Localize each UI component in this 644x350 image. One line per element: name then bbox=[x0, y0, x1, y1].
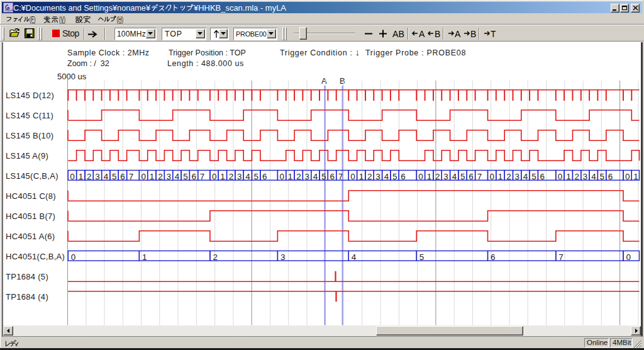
svg-text:3: 3 bbox=[95, 172, 100, 181]
svg-text:5: 5 bbox=[112, 172, 117, 181]
svg-text:6: 6 bbox=[191, 172, 196, 181]
svg-text:3: 3 bbox=[443, 172, 448, 181]
svg-text:1: 1 bbox=[427, 172, 432, 181]
svg-text:0: 0 bbox=[490, 172, 495, 181]
svg-text:1: 1 bbox=[566, 172, 571, 181]
svg-text:0: 0 bbox=[212, 172, 217, 181]
svg-text:5: 5 bbox=[254, 172, 259, 181]
svg-text:7: 7 bbox=[129, 172, 134, 181]
svg-text:6: 6 bbox=[262, 172, 267, 181]
svg-text:1: 1 bbox=[633, 172, 638, 181]
svg-text:2: 2 bbox=[296, 172, 301, 181]
svg-text:2: 2 bbox=[158, 172, 163, 181]
svg-text:2: 2 bbox=[435, 172, 440, 181]
svg-text:4: 4 bbox=[352, 252, 357, 262]
svg-text:6: 6 bbox=[540, 172, 545, 181]
svg-text:5: 5 bbox=[599, 172, 604, 181]
svg-text:7: 7 bbox=[477, 172, 482, 181]
svg-text:2: 2 bbox=[229, 172, 234, 181]
svg-text:7: 7 bbox=[338, 172, 343, 181]
svg-text:2: 2 bbox=[213, 252, 218, 262]
svg-text:4: 4 bbox=[591, 172, 596, 181]
svg-text:4: 4 bbox=[313, 172, 318, 181]
svg-text:6: 6 bbox=[120, 172, 125, 181]
svg-text:4: 4 bbox=[175, 172, 180, 181]
svg-text:4: 4 bbox=[245, 172, 250, 181]
svg-text:5: 5 bbox=[460, 172, 465, 181]
svg-text:6: 6 bbox=[330, 172, 335, 181]
svg-text:1: 1 bbox=[150, 172, 155, 181]
svg-text:4: 4 bbox=[452, 172, 457, 181]
svg-text:1: 1 bbox=[288, 172, 293, 181]
svg-text:4: 4 bbox=[384, 172, 389, 181]
svg-text:1: 1 bbox=[498, 172, 503, 181]
svg-text:5: 5 bbox=[531, 172, 536, 181]
svg-text:2: 2 bbox=[575, 172, 580, 181]
svg-text:7: 7 bbox=[200, 172, 205, 181]
svg-text:3: 3 bbox=[280, 252, 286, 262]
svg-text:3: 3 bbox=[583, 172, 588, 181]
svg-text:6: 6 bbox=[491, 252, 496, 262]
svg-text:0: 0 bbox=[279, 172, 284, 181]
svg-text:7: 7 bbox=[558, 252, 564, 262]
svg-text:6: 6 bbox=[608, 172, 613, 181]
svg-text:6: 6 bbox=[401, 172, 406, 181]
svg-text:1: 1 bbox=[79, 172, 84, 181]
svg-text:1: 1 bbox=[142, 252, 147, 262]
svg-text:5: 5 bbox=[392, 172, 397, 181]
svg-text:3: 3 bbox=[375, 172, 380, 181]
svg-text:2: 2 bbox=[506, 172, 511, 181]
svg-text:0: 0 bbox=[70, 172, 75, 181]
svg-text:4: 4 bbox=[104, 172, 109, 181]
svg-text:0: 0 bbox=[625, 172, 630, 181]
svg-text:1: 1 bbox=[220, 172, 225, 181]
svg-text:0: 0 bbox=[350, 172, 355, 181]
svg-text:1: 1 bbox=[359, 172, 364, 181]
svg-text:3: 3 bbox=[166, 172, 171, 181]
svg-text:3: 3 bbox=[515, 172, 520, 181]
svg-text:5: 5 bbox=[183, 172, 188, 181]
svg-text:0: 0 bbox=[418, 172, 423, 181]
svg-text:3: 3 bbox=[237, 172, 242, 181]
svg-text:3: 3 bbox=[304, 172, 309, 181]
svg-text:0: 0 bbox=[71, 252, 76, 262]
svg-text:4: 4 bbox=[523, 172, 528, 181]
svg-text:0: 0 bbox=[141, 172, 146, 181]
svg-text:5: 5 bbox=[321, 172, 326, 181]
svg-text:6: 6 bbox=[469, 172, 474, 181]
svg-text:2: 2 bbox=[367, 172, 372, 181]
svg-text:2: 2 bbox=[87, 172, 92, 181]
svg-text:0: 0 bbox=[558, 172, 563, 181]
svg-text:5: 5 bbox=[419, 252, 425, 262]
svg-text:0: 0 bbox=[626, 252, 631, 262]
